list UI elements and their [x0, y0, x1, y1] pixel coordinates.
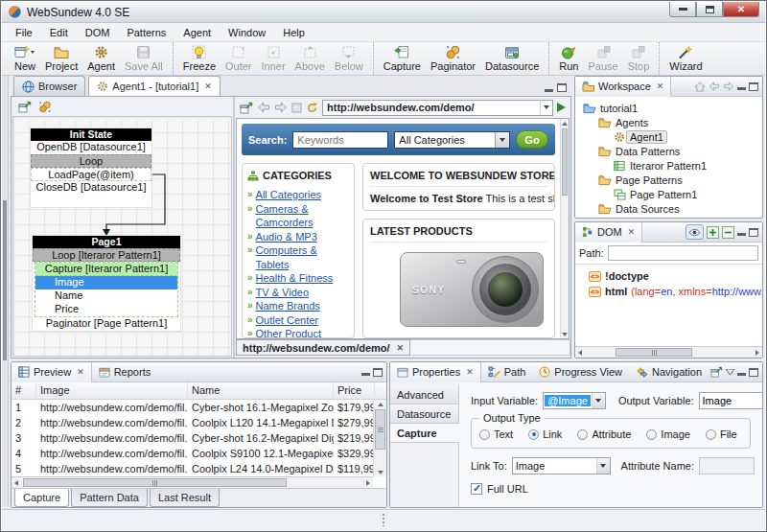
preview-vertical-scr ollbar[interactable]	[373, 400, 386, 476]
minimize-button[interactable]	[669, 2, 696, 17]
freeze-button[interactable]: Freeze	[178, 44, 221, 73]
menu-agent[interactable]: Agent	[174, 24, 220, 41]
sash-handle[interactable]	[383, 514, 384, 526]
close-tab-icon[interactable]: ✕	[202, 81, 212, 91]
maximize-view-icon[interactable]	[373, 368, 383, 377]
agent-button[interactable]: Agent	[82, 44, 120, 73]
node-row-opendb[interactable]: OpenDB [Datasource1]	[31, 141, 151, 154]
output-variable-input[interactable]	[699, 392, 763, 409]
fast-view-bar[interactable]	[2, 76, 9, 506]
tab-pattern-data[interactable]: Pattern Data	[71, 489, 148, 507]
browser-status-tab[interactable]: http://websundew.com/demo/ ✕	[236, 339, 410, 356]
table-row[interactable]: 2 http://websundew.com/demo/fil... Coolp…	[12, 415, 373, 430]
wizard-button[interactable]: Wizard	[664, 44, 707, 73]
node-header[interactable]: Page1	[33, 236, 180, 248]
column-header-image[interactable]: Image	[36, 382, 188, 399]
scroll-left-icon[interactable]	[575, 347, 585, 358]
input-variable-dropdown[interactable]: @Image	[543, 392, 606, 409]
radio-link[interactable]: Link	[528, 428, 562, 440]
search-input[interactable]	[292, 131, 388, 149]
stop-load-icon[interactable]	[291, 103, 302, 113]
node-field-name[interactable]: Name	[35, 289, 177, 303]
tab-browser[interactable]: Browser	[13, 76, 85, 96]
menu-dom[interactable]: DOM	[77, 24, 119, 41]
init-state-node[interactable]: Init State OpenDB [Datasource1] Loop Loa…	[31, 128, 151, 207]
view-menu-icon[interactable]	[726, 369, 734, 375]
tree-item-agent1[interactable]: Agent1	[575, 130, 762, 144]
radio-text[interactable]: Text	[479, 428, 513, 440]
run-button[interactable]: Run	[554, 44, 583, 73]
go-load-button[interactable]	[557, 103, 566, 112]
node-field-image[interactable]: Image	[35, 276, 177, 289]
link-editor-icon[interactable]	[240, 102, 253, 114]
back-icon[interactable]	[709, 81, 720, 91]
node-row-capture[interactable]: Capture [Iteraror Pattern1]	[35, 263, 177, 276]
node-row-page-loop[interactable]: Loop [Iteraror Pattern1]	[33, 248, 180, 262]
dom-horizontal-scrollbar[interactable]	[575, 346, 762, 358]
close-view-icon[interactable]: ✕	[655, 81, 664, 91]
scroll-thumb[interactable]	[562, 128, 568, 196]
column-header-price[interactable]: Price	[334, 382, 375, 399]
tree-item-agents[interactable]: Agents	[575, 116, 762, 129]
tree-item-data-patterns[interactable]: Data Patterns	[575, 145, 762, 158]
column-header-num[interactable]: #	[12, 382, 36, 399]
paginator-button[interactable]: Paginator	[426, 44, 480, 73]
close-view-icon[interactable]: ✕	[464, 367, 474, 377]
scroll-up-icon[interactable]	[562, 119, 568, 127]
fast-view-thumb[interactable]	[3, 200, 7, 360]
home-icon[interactable]	[694, 81, 706, 92]
tab-path[interactable]: Path	[481, 362, 533, 382]
category-link[interactable]: »Other Product Categories	[247, 327, 349, 338]
tree-item-tutorial1[interactable]: tutorial1	[575, 102, 762, 115]
maximize-view-icon[interactable]	[557, 83, 567, 92]
link-editor-icon[interactable]	[710, 366, 723, 378]
node-row-loadpage[interactable]: LoadPage(@item)	[31, 168, 151, 181]
close-view-icon[interactable]: ✕	[626, 227, 636, 237]
category-link[interactable]: »Health & Fitness	[247, 271, 349, 286]
close-view-icon[interactable]: ✕	[75, 367, 84, 377]
scroll-right-icon[interactable]	[363, 477, 373, 488]
node-row-paginator[interactable]: Paginator [Page Pattern1]	[33, 317, 180, 331]
tab-navigation[interactable]: Navigation	[629, 362, 709, 382]
table-row[interactable]: 3 http://websundew.com/demo/fil... Cyber…	[12, 430, 373, 446]
minimize-view-icon[interactable]	[737, 373, 746, 376]
maximize-view-icon[interactable]	[749, 368, 758, 377]
side-tab-advanced[interactable]: Advanced	[390, 385, 459, 405]
tab-properties[interactable]: Properties ✕	[390, 362, 481, 382]
preview-horizontal-scrollbar[interactable]	[12, 476, 373, 488]
refresh-icon[interactable]	[306, 102, 318, 114]
table-row[interactable]: 4 http://websundew.com/demo/fil... Coolp…	[12, 446, 373, 461]
maximize-button[interactable]	[696, 2, 723, 17]
url-bar[interactable]	[322, 100, 553, 116]
node-header[interactable]: Init State	[31, 128, 151, 141]
tree-item-iterator-pattern1[interactable]: Iteraror Pattern1	[575, 159, 762, 173]
side-tab-capture[interactable]: Capture	[390, 424, 459, 443]
page-scrollbar[interactable]	[560, 119, 569, 338]
tab-workspace[interactable]: Workspace ✕	[575, 77, 671, 97]
tab-reports[interactable]: Reports	[92, 362, 158, 382]
menu-help[interactable]: Help	[274, 24, 314, 41]
category-link[interactable]: »Computers & Tablets	[247, 243, 349, 271]
maximize-view-icon[interactable]	[749, 228, 758, 237]
project-button[interactable]: Project	[40, 44, 82, 73]
menu-window[interactable]: Window	[220, 24, 274, 41]
back-icon[interactable]	[257, 102, 270, 113]
radio-image[interactable]: Image	[646, 428, 690, 440]
url-dropdown-button[interactable]	[540, 101, 552, 115]
forward-icon[interactable]	[723, 81, 734, 91]
category-link[interactable]: »Name Brands	[247, 299, 349, 313]
paginator-small-icon[interactable]	[38, 101, 52, 113]
tab-progress-view[interactable]: Progress View	[532, 362, 629, 382]
url-input[interactable]	[323, 102, 540, 113]
scroll-thumb[interactable]	[375, 409, 385, 450]
capture-button[interactable]: Capture	[379, 44, 426, 73]
radio-attribute[interactable]: Attribute	[577, 428, 631, 440]
scroll-left-icon[interactable]	[12, 477, 21, 488]
menu-edit[interactable]: Edit	[41, 24, 77, 41]
link-to-dropdown[interactable]: Image	[512, 457, 611, 474]
full-url-checkbox[interactable]	[471, 483, 482, 495]
node-row-closedb[interactable]: CloseDB [Datasource1]	[31, 181, 151, 195]
tab-dom[interactable]: DOM ✕	[575, 222, 642, 243]
table-row[interactable]: 1 http://websundew.com/demo/fil... Cyber…	[12, 400, 373, 415]
tree-item-page-pattern1[interactable]: Page Pattern1	[575, 188, 762, 201]
